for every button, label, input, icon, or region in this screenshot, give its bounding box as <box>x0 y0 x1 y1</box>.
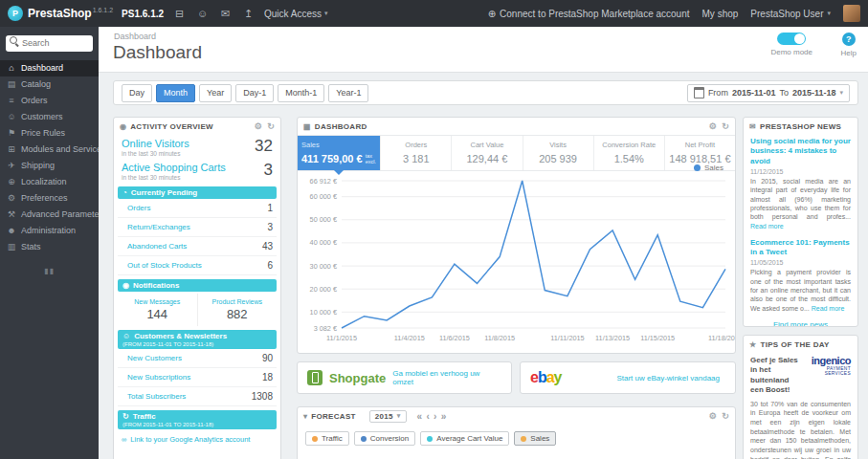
filter-month-1-button[interactable]: Month-1 <box>278 84 324 102</box>
marketplace-link[interactable]: ⊕ Connect to PrestaShop Marketplace acco… <box>488 9 690 19</box>
sidebar-item-administration[interactable]: ☻Administration <box>0 223 99 239</box>
ebay-logo: ebay <box>530 369 562 386</box>
sidebar-item-price-rules[interactable]: ⚑Price Rules <box>0 125 99 142</box>
sidebar-item-orders[interactable]: ≡Orders <box>0 93 99 109</box>
brand-version: 1.6.1.2 <box>93 7 113 13</box>
last-page-icon[interactable]: » <box>441 411 447 422</box>
filter-year-1-button[interactable]: Year-1 <box>328 84 368 102</box>
prestashop-news-panel: ✉ PRESTASHOP NEWS Using social media for… <box>743 117 858 327</box>
sidebar-item-label: Modules and Services <box>21 144 99 154</box>
shopgate-logo: Shopgate <box>329 371 386 385</box>
google-analytics-link[interactable]: ∞ Link to your Google Analytics account <box>114 429 280 449</box>
breadcrumb: Dashboard <box>114 32 156 41</box>
sidebar-item-advanced-parameters[interactable]: ⚒Advanced Parameters <box>0 207 99 223</box>
prestashop-logo[interactable]: P PrestaShop1.6.1.2 <box>8 6 113 21</box>
help-label: Help <box>841 49 857 57</box>
date-range-picker[interactable]: From 2015-11-01 To 2015-11-18 ▾ <box>687 84 850 102</box>
list-item[interactable]: Return/Exchanges3 <box>118 218 277 237</box>
sidebar-item-dashboard[interactable]: ⌂Dashboard <box>0 60 99 76</box>
next-page-icon[interactable]: › <box>434 411 437 422</box>
gear-icon[interactable]: ⚙ <box>709 121 717 131</box>
filter-year-button[interactable]: Year <box>199 84 232 102</box>
gear-icon[interactable]: ⚙ <box>255 121 262 131</box>
new-messages-stat[interactable]: New Messages144 <box>118 294 197 326</box>
search-input[interactable] <box>6 35 93 52</box>
list-item[interactable]: Out of Stock Products6 <box>118 256 277 275</box>
shopgate-link[interactable]: Ga mobiel en verhoog uw omzet <box>392 369 496 386</box>
online-visitors-stat[interactable]: Online Visitors in the last 30 minutes 3… <box>114 135 280 159</box>
sidebar-item-catalog[interactable]: ▤Catalog <box>0 76 99 93</box>
forecast-legend-average-cart-value[interactable]: Average Cart Value <box>420 431 509 446</box>
forecast-panel-title: FORECAST <box>311 412 355 421</box>
prestashop-admin-dashboard: P PrestaShop1.6.1.2 PS1.6.1.2 ⊟ ☺ ✉ ↥ Qu… <box>0 0 868 459</box>
news-panel-header: ✉ PRESTASHOP NEWS <box>744 118 857 135</box>
customers-date-range: (FROM 2015-11-01 TO 2015-11-18) <box>122 341 272 347</box>
svg-text:11/4/2015: 11/4/2015 <box>394 334 425 342</box>
svg-text:60 000 €: 60 000 € <box>310 192 337 201</box>
page-header: Dashboard Dashboard Demo mode ? Help <box>99 27 868 73</box>
kpi-conversion-rate[interactable]: Conversion Rate 1.54% <box>594 136 665 170</box>
notifications-columns: New Messages144 Product Reviews882 <box>118 294 277 326</box>
forecast-year-select[interactable]: 2015▾ <box>369 410 407 423</box>
list-item[interactable]: Abandoned Carts43 <box>118 237 277 256</box>
cart-icon[interactable]: ⊟ <box>172 8 187 20</box>
filter-month-button[interactable]: Month <box>156 84 195 102</box>
svg-text:11/6/2015: 11/6/2015 <box>439 334 470 342</box>
kpi-cart-value[interactable]: Cart Value 129,44 € <box>452 136 523 170</box>
demo-mode-toggle[interactable] <box>777 33 806 45</box>
list-item[interactable]: Orders1 <box>118 199 277 218</box>
sidebar-item-stats[interactable]: ▥Stats <box>0 239 99 255</box>
read-more-link[interactable]: Read more <box>812 304 845 313</box>
forecast-legend-conversion[interactable]: Conversion <box>354 431 415 446</box>
refresh-icon[interactable]: ↻ <box>722 411 729 421</box>
sidebar-item-localization[interactable]: ⊕Localization <box>0 174 99 190</box>
user-icon[interactable]: ☺ <box>195 8 210 19</box>
sidebar-item-label: Localization <box>21 177 67 186</box>
kpi-sales[interactable]: Sales 411 759,00 €tax excl. <box>298 136 381 170</box>
active-carts-label: Active Shopping Carts <box>122 162 226 173</box>
refresh-icon[interactable]: ↻ <box>267 121 275 131</box>
forecast-legend-sales[interactable]: Sales <box>514 431 556 446</box>
help-button[interactable]: ? Help <box>841 33 857 57</box>
list-item[interactable]: Total Subscribers1308 <box>118 387 277 406</box>
kpi-orders[interactable]: Orders 3 181 <box>381 136 452 170</box>
sales-legend-label: Sales <box>704 164 723 172</box>
prev-page-icon[interactable]: ‹ <box>426 411 430 422</box>
ebay-link[interactable]: Start uw eBay-winkel vandaag <box>616 374 720 382</box>
filter-day-button[interactable]: Day <box>122 84 152 102</box>
user-avatar[interactable] <box>843 5 860 22</box>
sidebar-collapse-icon[interactable]: ▮▮ <box>0 267 99 275</box>
traffic-date-range: (FROM 2015-11-01 TO 2015-11-18) <box>122 422 272 427</box>
sidebar-item-modules[interactable]: ⊞Modules and Services <box>0 142 99 158</box>
svg-text:11/15/2015: 11/15/2015 <box>640 334 675 342</box>
read-more-link[interactable]: Read more <box>750 222 784 230</box>
upload-icon[interactable]: ↥ <box>241 8 256 20</box>
pending-rows: Orders1 Return/Exchanges3 Abandoned Cart… <box>118 199 277 275</box>
svg-text:40 000 €: 40 000 € <box>310 238 337 247</box>
active-carts-stat[interactable]: Active Shopping Carts in the last 30 min… <box>114 159 280 183</box>
product-reviews-stat[interactable]: Product Reviews882 <box>197 294 278 326</box>
article-title[interactable]: Ecommerce 101: Payments in a Tweet <box>750 238 851 258</box>
search-icon <box>10 36 17 44</box>
user-menu[interactable]: PrestaShop User▾ <box>750 9 831 19</box>
kpi-visits[interactable]: Visits 205 939 <box>523 136 594 170</box>
forecast-legend-traffic[interactable]: Traffic <box>305 431 349 446</box>
filter-day-1-button[interactable]: Day-1 <box>235 84 274 102</box>
list-item[interactable]: New Subscriptions18 <box>118 368 277 387</box>
find-more-news-link[interactable]: Find more news <box>750 320 851 327</box>
sidebar-item-customers[interactable]: ☺Customers <box>0 109 99 125</box>
gear-icon[interactable]: ⚙ <box>709 411 717 421</box>
orders-icon: ≡ <box>7 96 16 105</box>
my-shop-link[interactable]: My shop <box>702 9 739 19</box>
quick-access-menu[interactable]: Quick Access▾ <box>264 9 328 19</box>
sidebar-item-label: Stats <box>21 242 41 251</box>
list-item[interactable]: New Customers90 <box>118 349 277 368</box>
first-page-icon[interactable]: « <box>417 411 423 422</box>
sidebar-item-shipping[interactable]: ✈Shipping <box>0 158 99 174</box>
sidebar-item-preferences[interactable]: ⚙Preferences <box>0 190 99 207</box>
chat-icon[interactable]: ✉ <box>218 8 233 20</box>
forecast-pagination: « ‹ › » <box>417 411 447 422</box>
refresh-icon[interactable]: ↻ <box>722 121 729 131</box>
svg-text:50 000 €: 50 000 € <box>310 215 337 224</box>
article-title[interactable]: Using social media for your business: 4 … <box>750 137 851 166</box>
